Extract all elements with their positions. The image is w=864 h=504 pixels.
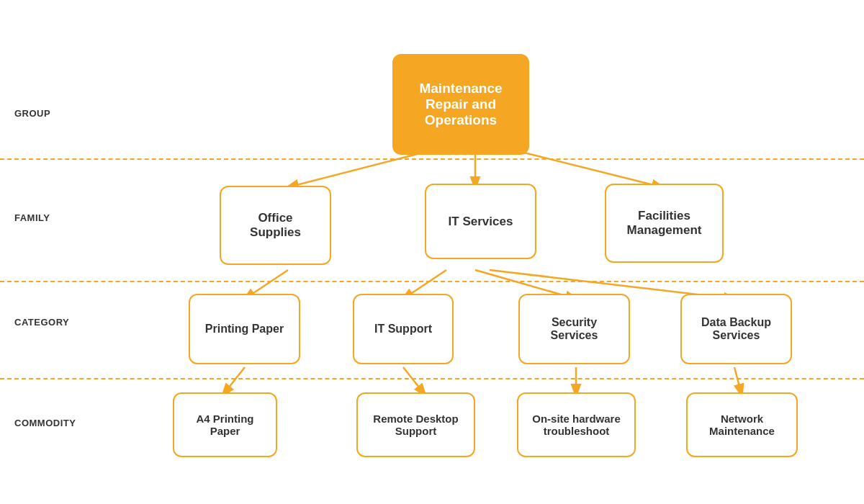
label-family: FAMILY <box>14 212 50 223</box>
node-facilities-mgmt: Facilities Management <box>605 184 724 263</box>
node-data-backup: Data Backup Services <box>680 294 792 364</box>
node-a4-paper: A4 Printing Paper <box>173 392 277 457</box>
label-commodity: COMMODITY <box>14 418 76 428</box>
label-group: GROUP <box>14 108 50 119</box>
node-it-support: IT Support <box>353 294 454 364</box>
svg-line-8 <box>403 367 425 395</box>
svg-line-2 <box>518 151 662 187</box>
node-office-supplies: Office Supplies <box>220 186 331 265</box>
node-remote-desktop: Remote Desktop Support <box>356 392 475 457</box>
divider-group-family <box>0 158 864 160</box>
divider-category-commodity <box>0 378 864 379</box>
node-it-services: IT Services <box>425 184 536 259</box>
node-network-maint: Network Maintenance <box>686 392 798 457</box>
label-category: CATEGORY <box>14 317 69 328</box>
svg-line-7 <box>223 367 245 395</box>
node-root: Maintenance Repair and Operations <box>392 54 529 155</box>
svg-line-10 <box>734 367 742 395</box>
svg-line-0 <box>288 151 428 187</box>
node-security-services: Security Services <box>518 294 630 364</box>
node-onsite-hardware: On-site hardware troubleshoot <box>517 392 636 457</box>
node-printing-paper: Printing Paper <box>189 294 300 364</box>
diagram: GROUP FAMILY CATEGORY COMMODITY Main <box>0 0 864 504</box>
divider-family-category <box>0 281 864 282</box>
